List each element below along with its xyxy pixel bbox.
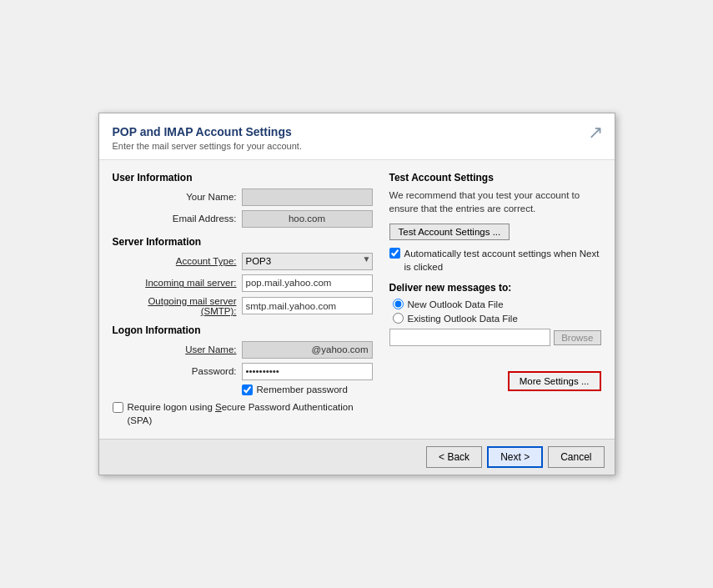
account-type-dropdown-wrapper: POP3 IMAP ▼	[242, 253, 373, 270]
dialog-title: POP and IMAP Account Settings	[113, 125, 601, 138]
your-name-input[interactable]	[242, 188, 373, 206]
existing-outlook-label: Existing Outlook Data File	[408, 314, 518, 324]
remember-row: Remember password	[242, 384, 373, 395]
your-name-label: Your Name:	[113, 192, 242, 202]
existing-file-row: Browse	[389, 329, 601, 346]
right-panel: Test Account Settings We recommend that …	[389, 172, 601, 427]
username-row: User Name:	[113, 341, 373, 359]
logon-info-section-title: Logon Information	[113, 324, 373, 336]
spa-row: Require logon using Secure Password Auth…	[113, 400, 373, 427]
incoming-server-row: Incoming mail server:	[113, 274, 373, 292]
server-info-section-title: Server Information	[113, 236, 373, 248]
incoming-label: Incoming mail server:	[113, 278, 242, 288]
incoming-server-input[interactable]	[242, 274, 373, 292]
new-outlook-radio[interactable]	[393, 299, 404, 309]
new-outlook-label: New Outlook Data File	[408, 299, 504, 309]
account-settings-dialog: POP and IMAP Account Settings Enter the …	[98, 113, 615, 475]
password-input[interactable]	[242, 363, 373, 380]
test-account-button[interactable]: Test Account Settings ...	[389, 224, 510, 240]
dialog-body: User Information Your Name: Email Addres…	[99, 160, 615, 439]
your-name-row: Your Name:	[113, 188, 373, 206]
user-info-section-title: User Information	[113, 172, 373, 183]
username-label: User Name:	[113, 344, 242, 354]
existing-file-input[interactable]	[389, 329, 551, 346]
outgoing-label: Outgoing mail server (SMTP):	[113, 296, 242, 316]
auto-test-checkbox[interactable]	[389, 248, 400, 259]
existing-outlook-radio[interactable]	[393, 313, 404, 324]
next-button[interactable]: Next >	[487, 446, 543, 468]
remember-label: Remember password	[257, 384, 348, 395]
email-input[interactable]	[242, 210, 373, 228]
deliver-title: Deliver new messages to:	[389, 282, 601, 294]
dialog-footer: < Back Next > Cancel	[99, 439, 615, 475]
arrow-icon: ↗	[588, 122, 603, 143]
browse-button[interactable]: Browse	[554, 330, 600, 345]
outgoing-server-row: Outgoing mail server (SMTP):	[113, 296, 373, 316]
account-type-label: Account Type:	[113, 256, 242, 266]
back-button[interactable]: < Back	[426, 446, 482, 468]
password-label: Password:	[113, 366, 242, 376]
account-type-select[interactable]: POP3 IMAP	[242, 253, 373, 270]
password-row: Password:	[113, 363, 373, 380]
outgoing-server-input[interactable]	[242, 297, 373, 314]
more-settings-button[interactable]: More Settings ...	[508, 371, 601, 391]
cancel-button[interactable]: Cancel	[548, 446, 604, 468]
existing-outlook-row: Existing Outlook Data File	[393, 313, 601, 324]
email-label: Email Address:	[113, 214, 242, 224]
dialog-header: POP and IMAP Account Settings Enter the …	[99, 113, 615, 160]
account-type-row: Account Type: POP3 IMAP ▼	[113, 253, 373, 270]
spa-checkbox[interactable]	[113, 402, 123, 413]
spa-label: Require logon using Secure Password Auth…	[128, 400, 373, 427]
more-settings-row: More Settings ...	[389, 371, 601, 391]
dialog-subtitle: Enter the mail server settings for your …	[113, 141, 601, 151]
username-input[interactable]	[242, 341, 373, 359]
test-desc: We recommend that you test your account …	[389, 188, 601, 215]
auto-test-label: Automatically test account settings when…	[404, 247, 601, 274]
remember-checkbox[interactable]	[242, 384, 253, 395]
email-address-row: Email Address:	[113, 210, 373, 228]
new-outlook-row: New Outlook Data File	[393, 299, 601, 309]
test-section-title: Test Account Settings	[389, 172, 601, 183]
spa-label-text: Require logon using Secure Password Auth…	[128, 402, 354, 425]
left-panel: User Information Your Name: Email Addres…	[113, 172, 373, 427]
auto-test-row: Automatically test account settings when…	[389, 247, 601, 274]
